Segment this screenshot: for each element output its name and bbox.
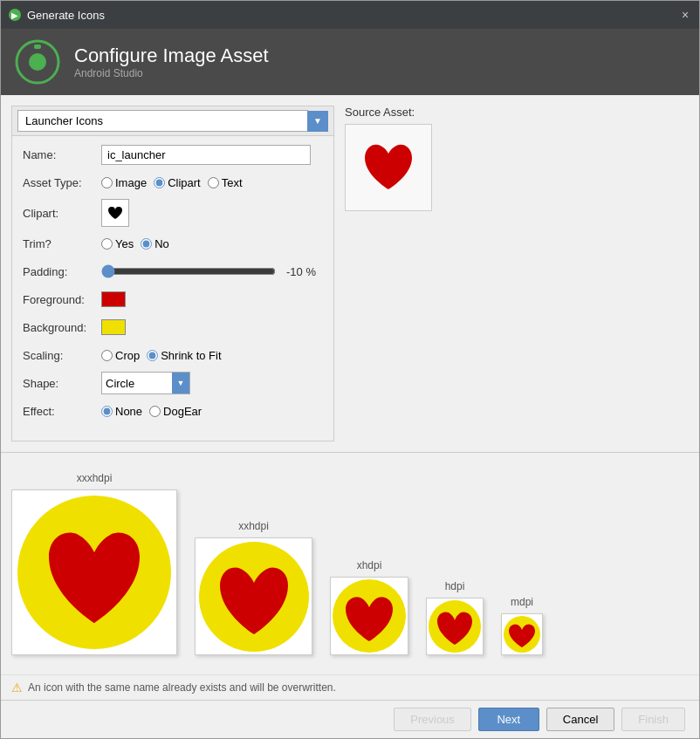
hdpi-icon [428,599,482,653]
window: ▶ Generate Icons × Configure Image Asset… [0,0,700,739]
clipart-button[interactable] [101,199,129,227]
trim-controls: Yes No [101,237,323,250]
main-area: Launcher Icons Action Bar and Tab Icons … [1,95,699,452]
icon-type-select[interactable]: Launcher Icons Action Bar and Tab Icons … [17,110,308,132]
xxxhdpi-icon [16,494,173,651]
mdpi-frame [501,613,543,655]
warning-bar: ⚠ An icon with the same name already exi… [1,674,699,700]
close-button[interactable]: × [678,8,692,22]
left-panel: Launcher Icons Action Bar and Tab Icons … [11,106,334,441]
shape-dropdown-icon[interactable]: ▼ [172,373,189,393]
scaling-crop[interactable]: Crop [101,349,140,362]
trim-no[interactable]: No [141,237,169,250]
xhdpi-frame [330,577,408,655]
background-label: Background: [23,321,101,334]
padding-label: Padding: [23,265,101,278]
header-title: Configure Image Asset [74,44,269,67]
name-label: Name: [23,148,101,161]
effect-row: Effect: None DogEar [23,400,323,422]
button-bar: Previous Next Cancel Finish [1,700,699,738]
mdpi-icon [503,615,541,653]
xhdpi-icon [332,578,407,653]
warning-text: An icon with the same name already exist… [28,681,336,694]
mdpi-label: mdpi [511,596,533,608]
header-text: Configure Image Asset Android Studio [74,44,269,79]
header: Configure Image Asset Android Studio [1,29,699,95]
icon-type-row: Launcher Icons Action Bar and Tab Icons … [12,106,333,136]
asset-type-clipart[interactable]: Clipart [154,176,201,189]
effect-controls: None DogEar [101,405,323,418]
xxhdpi-label: xxhdpi [238,520,269,532]
hdpi-frame [426,598,484,655]
cancel-button[interactable]: Cancel [546,708,614,731]
asset-type-row: Asset Type: Image Clipart [23,171,323,194]
padding-value: -10 % [281,265,316,278]
xxhdpi-icon [197,540,311,653]
asset-type-text[interactable]: Text [208,176,243,189]
source-asset-label: Source Asset: [345,106,689,119]
warning-icon: ⚠ [11,681,23,695]
preview-area: xxxhdpi xxhdpi [1,452,699,674]
svg-point-3 [29,53,46,71]
xxxhdpi-frame [11,489,177,655]
foreground-label: Foreground: [23,293,101,306]
effect-none[interactable]: None [101,405,142,418]
scaling-label: Scaling: [23,349,101,362]
heart-clipart-icon [106,204,124,222]
shape-select[interactable]: Circle Square None [102,375,172,392]
source-heart-svg [358,137,419,198]
xxhdpi-frame [195,537,312,655]
previous-button[interactable]: Previous [394,708,471,731]
android-studio-logo [15,39,60,85]
xhdpi-label: xhdpi [357,559,382,571]
right-panel: Source Asset: [345,106,689,441]
foreground-row: Foreground: [23,288,323,311]
svg-text:▶: ▶ [11,10,18,20]
asset-type-label: Asset Type: [23,176,101,189]
preview-mdpi: mdpi [501,596,543,655]
clipart-row: Clipart: [23,199,323,227]
foreground-color-swatch[interactable] [101,291,126,307]
preview-xxhdpi: xxhdpi [195,520,312,655]
title-bar: ▶ Generate Icons × [1,1,699,29]
main-content: Launcher Icons Action Bar and Tab Icons … [1,95,699,738]
asset-type-controls: Image Clipart Text [101,176,323,189]
finish-button[interactable]: Finish [621,708,685,731]
trim-row: Trim? Yes No [23,232,323,255]
shape-row: Shape: Circle Square None ▼ [23,372,323,394]
scaling-shrink[interactable]: Shrink to Fit [147,349,221,362]
padding-slider-wrapper: -10 % [101,264,323,278]
trim-yes[interactable]: Yes [101,237,134,250]
xxxhdpi-label: xxxhdpi [77,472,113,484]
preview-xhdpi: xhdpi [330,559,408,655]
preview-hdpi: hdpi [426,580,484,655]
dropdown-arrow-icon[interactable]: ▼ [307,111,328,132]
window-icon: ▶ [8,8,22,22]
asset-type-image[interactable]: Image [101,176,147,189]
name-row: Name: [23,143,323,166]
preview-xxxhdpi: xxxhdpi [11,472,177,655]
effect-label: Effect: [23,405,101,418]
padding-row: Padding: -10 % [23,260,323,283]
shape-select-wrapper: Circle Square None ▼ [101,372,190,394]
name-input[interactable] [101,145,311,165]
background-color-swatch[interactable] [101,319,126,335]
header-subtitle: Android Studio [74,67,269,79]
padding-slider[interactable] [101,264,276,278]
background-row: Background: [23,316,323,339]
trim-label: Trim? [23,237,101,250]
scaling-controls: Crop Shrink to Fit [101,349,323,362]
form-body: Name: Asset Type: Image [12,136,333,429]
svg-rect-4 [34,44,41,49]
window-title: Generate Icons [27,9,678,22]
scaling-row: Scaling: Crop Shrink to Fit [23,344,323,366]
hdpi-label: hdpi [445,580,465,592]
preview-icons-row: xxxhdpi xxhdpi [11,463,689,664]
clipart-label: Clipart: [23,207,101,220]
effect-dogear[interactable]: DogEar [149,405,202,418]
shape-label: Shape: [23,377,101,390]
source-preview [345,124,432,211]
next-button[interactable]: Next [478,708,539,731]
